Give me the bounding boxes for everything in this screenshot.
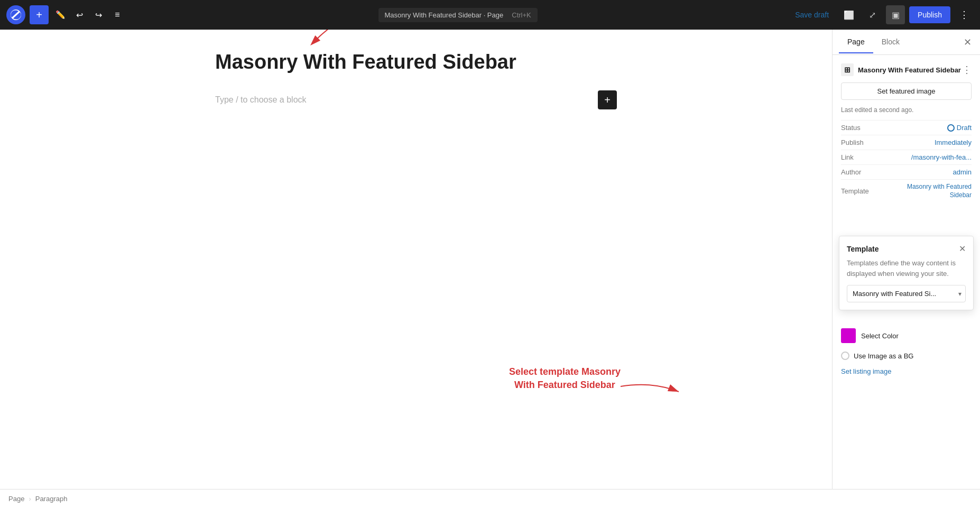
sidebar-tabs-left: Page Block <box>839 31 908 53</box>
status-bar-separator: › <box>29 495 31 503</box>
bg-image-radio[interactable] <box>841 352 849 360</box>
sidebar-close-button[interactable]: ✕ <box>961 34 974 50</box>
tab-page[interactable]: Page <box>839 31 873 53</box>
link-value[interactable]: /masonry-with-fea... <box>911 153 972 161</box>
set-featured-image-button[interactable]: Set featured image <box>841 82 972 100</box>
set-listing-image-link[interactable]: Set listing image <box>841 367 891 375</box>
editor-area: Masonry With Featured Sidebar Type / to … <box>0 30 832 508</box>
meta-row-template: Template Masonry with Featured Sidebar <box>841 179 972 202</box>
template-popup: Template ✕ Templates define the way cont… <box>839 236 974 310</box>
more-icon: ⋮ <box>959 9 969 21</box>
main-toolbar: + ✏️ ↩ ↪ ≡ Masonry With Featured Sidebar… <box>0 0 980 30</box>
publish-button[interactable]: Publish <box>909 6 950 23</box>
redo-button[interactable]: ↪ <box>89 5 108 24</box>
annotation-arrow-svg <box>305 30 390 45</box>
right-sidebar: Page Block ✕ ⊞ Masonry With Featured Sid… <box>832 30 980 508</box>
sidebar-panel: ⊞ Masonry With Featured Sidebar ⋮ Set fe… <box>833 55 980 211</box>
template-popup-description: Templates define the way content is disp… <box>847 258 966 279</box>
add-block-button[interactable]: + <box>30 5 49 24</box>
undo-icon: ↩ <box>76 10 83 20</box>
undo-button[interactable]: ↩ <box>70 5 89 24</box>
author-label: Author <box>841 168 861 176</box>
template-select-dropdown[interactable]: Masonry with Featured Si... Default Temp… <box>847 285 966 302</box>
color-row: Select Color <box>841 328 972 343</box>
status-value[interactable]: Draft <box>947 124 972 132</box>
status-text: Draft <box>957 124 972 132</box>
popup-close-icon: ✕ <box>959 244 966 253</box>
list-icon: ≡ <box>115 10 119 20</box>
template-label: Template <box>841 187 869 195</box>
meta-row-publish: Publish Immediately <box>841 135 972 150</box>
annotation-select-template: Select template Masonry With Featured Si… <box>509 365 621 392</box>
sidebar-tabs: Page Block ✕ <box>833 30 980 55</box>
meta-row-link: Link /masonry-with-fea... <box>841 150 972 164</box>
editor-content: Masonry With Featured Sidebar Type / to … <box>194 51 638 114</box>
wp-logo[interactable] <box>6 5 25 24</box>
template-value[interactable]: Masonry with Featured Sidebar <box>903 183 972 199</box>
link-label: Link <box>841 153 854 161</box>
publish-label: Publish <box>841 138 864 146</box>
author-value[interactable]: admin <box>953 168 972 176</box>
below-popup-panel: Select Color Use Image as a BG Set listi… <box>833 322 980 382</box>
annotation2-line2: With Featured Sidebar <box>509 378 621 392</box>
fullscreen-button[interactable]: ⤢ <box>863 5 882 24</box>
plus-icon: + <box>36 9 42 21</box>
color-swatch[interactable] <box>841 328 856 343</box>
save-draft-button[interactable]: Save draft <box>789 7 835 22</box>
meta-row-author: Author admin <box>841 164 972 179</box>
toolbar-right: Save draft ⬜ ⤢ ▣ Publish ⋮ <box>789 5 974 24</box>
redo-icon: ↪ <box>95 10 102 20</box>
template-popup-title: Template <box>847 245 879 253</box>
meta-row-status: Status Draft <box>841 120 972 135</box>
status-bar-paragraph: Paragraph <box>35 495 68 503</box>
template-popup-close-button[interactable]: ✕ <box>959 244 966 254</box>
panel-more-button[interactable]: ⋮ <box>962 64 972 76</box>
grid-icon: ⊞ <box>844 66 850 74</box>
template-select-wrapper: Masonry with Featured Si... Default Temp… <box>847 285 966 302</box>
status-bar-page[interactable]: Page <box>8 495 24 503</box>
status-bar: Page › Paragraph <box>0 489 980 508</box>
view-icon: ⬜ <box>844 10 854 20</box>
page-title-field[interactable]: Masonry With Featured Sidebar <box>215 51 617 73</box>
bg-image-label: Use Image as a BG <box>854 352 913 360</box>
status-label: Status <box>841 124 861 132</box>
tab-block[interactable]: Block <box>873 31 908 53</box>
bg-image-row: Use Image as a BG <box>841 352 972 360</box>
page-info-title: Masonry With Featured Sidebar · Page <box>385 11 504 19</box>
publish-value[interactable]: Immediately <box>935 138 972 146</box>
block-placeholder: Type / to choose a block + <box>215 86 617 114</box>
wordpress-icon <box>10 8 22 21</box>
status-dot <box>947 124 955 132</box>
keyboard-shortcut-label: Ctrl+K <box>512 11 531 19</box>
placeholder-text[interactable]: Type / to choose a block <box>215 95 307 105</box>
block-icon-box: ⊞ <box>841 63 854 76</box>
edit-tool-button[interactable]: ✏️ <box>51 5 70 24</box>
main-wrapper: Masonry With Featured Sidebar Type / to … <box>0 30 980 508</box>
toolbar-center: Masonry With Featured Sidebar · Page Ctr… <box>127 8 789 22</box>
annotation2-arrow-svg <box>621 371 684 408</box>
list-view-button[interactable]: ≡ <box>108 5 127 24</box>
pencil-icon: ✏️ <box>56 10 66 20</box>
add-block-inline-button[interactable]: + <box>598 90 617 109</box>
view-mode-button[interactable]: ⬜ <box>839 5 858 24</box>
block-name-label: Masonry With Featured Sidebar <box>858 66 961 74</box>
template-popup-header: Template ✕ <box>847 244 966 254</box>
close-icon: ✕ <box>964 37 972 48</box>
sidebar-toggle-button[interactable]: ▣ <box>886 5 905 24</box>
sidebar-icon: ▣ <box>892 10 900 20</box>
fullscreen-icon: ⤢ <box>869 10 876 20</box>
panel-block-title: ⊞ Masonry With Featured Sidebar <box>841 63 961 76</box>
page-info-bar[interactable]: Masonry With Featured Sidebar · Page Ctr… <box>378 8 538 22</box>
panel-more-icon: ⋮ <box>962 64 972 75</box>
last-edited-text: Last edited a second ago. <box>841 106 972 114</box>
color-label: Select Color <box>861 332 899 340</box>
annotation2-line1: Select template Masonry <box>509 365 621 378</box>
more-options-button[interactable]: ⋮ <box>955 5 974 24</box>
panel-block-header: ⊞ Masonry With Featured Sidebar ⋮ <box>841 63 972 76</box>
